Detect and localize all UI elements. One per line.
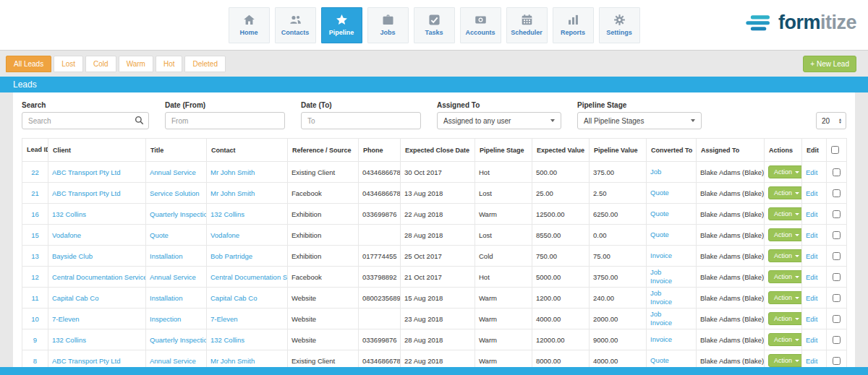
new-lead-button[interactable]: + New Lead: [803, 56, 856, 72]
title-link[interactable]: Annual Service: [150, 273, 196, 281]
contact-link[interactable]: Capital Cab Co: [210, 294, 257, 302]
converted-to-link[interactable]: Job: [650, 168, 692, 176]
lead-id-link[interactable]: 22: [31, 168, 39, 176]
action-button[interactable]: Action: [768, 312, 802, 325]
client-link[interactable]: ABC Transport Pty Ltd: [52, 357, 121, 365]
action-button[interactable]: Action: [768, 249, 802, 262]
converted-to-link[interactable]: Invoice: [650, 319, 692, 327]
row-checkbox[interactable]: [833, 252, 841, 260]
converted-to-link[interactable]: Quote: [650, 210, 692, 218]
title-link[interactable]: Annual Service: [150, 357, 196, 365]
row-checkbox[interactable]: [833, 336, 841, 344]
action-button[interactable]: Action: [768, 270, 802, 283]
edit-link[interactable]: Edit: [806, 210, 817, 218]
contact-link[interactable]: Bob Partridge: [210, 252, 252, 260]
search-icon[interactable]: [135, 116, 144, 125]
row-checkbox[interactable]: [833, 273, 841, 281]
search-input[interactable]: [22, 112, 149, 129]
title-link[interactable]: Quarterly Inspection: [150, 210, 207, 218]
row-checkbox[interactable]: [833, 168, 841, 176]
contact-link[interactable]: Central Documentation Services: [210, 273, 288, 281]
select-all-checkbox[interactable]: [831, 146, 839, 154]
lead-id-link[interactable]: 13: [31, 252, 39, 260]
client-link[interactable]: Bayside Club: [52, 252, 93, 260]
contact-link[interactable]: Mr John Smith: [210, 189, 255, 197]
converted-to-link[interactable]: Invoice: [650, 251, 692, 260]
converted-to-link[interactable]: Quote: [650, 356, 692, 365]
edit-link[interactable]: Edit: [806, 357, 817, 365]
contact-link[interactable]: Mr John Smith: [210, 168, 255, 176]
lead-id-link[interactable]: 12: [31, 273, 39, 281]
action-button[interactable]: Action: [768, 228, 802, 241]
edit-link[interactable]: Edit: [806, 336, 817, 344]
edit-link[interactable]: Edit: [806, 315, 817, 323]
action-button[interactable]: Action: [768, 354, 802, 367]
contact-link[interactable]: 132 Collins: [210, 336, 244, 344]
lead-id-link[interactable]: 8: [33, 357, 37, 365]
edit-link[interactable]: Edit: [806, 252, 817, 260]
row-checkbox[interactable]: [833, 315, 841, 323]
contact-link[interactable]: Vodafone: [210, 231, 239, 239]
title-link[interactable]: Inspection: [150, 315, 181, 323]
title-link[interactable]: Quote: [150, 231, 169, 239]
row-checkbox[interactable]: [833, 294, 841, 302]
edit-link[interactable]: Edit: [806, 189, 817, 197]
client-link[interactable]: Capital Cab Co: [52, 294, 98, 302]
action-button[interactable]: Action: [768, 207, 802, 220]
assigned-to-select[interactable]: Assigned to any user: [437, 112, 561, 129]
edit-link[interactable]: Edit: [806, 168, 817, 176]
tab-all-leads[interactable]: All Leads: [6, 56, 51, 72]
tab-warm[interactable]: Warm: [119, 56, 153, 72]
converted-to-link[interactable]: Invoice: [650, 335, 692, 344]
client-link[interactable]: 7-Eleven: [52, 315, 80, 323]
date-to-input[interactable]: [301, 112, 421, 129]
contact-link[interactable]: Mr John Smith: [210, 357, 255, 365]
row-checkbox[interactable]: [833, 189, 841, 197]
nav-item-pipeline[interactable]: Pipeline: [321, 7, 362, 43]
title-link[interactable]: Installation: [150, 252, 182, 260]
title-link[interactable]: Installation: [150, 294, 182, 302]
tab-lost[interactable]: Lost: [54, 56, 83, 72]
spinner-arrows-icon[interactable]: ▲▼: [838, 118, 842, 124]
converted-to-link[interactable]: Invoice: [650, 277, 692, 285]
action-button[interactable]: Action: [768, 291, 802, 304]
action-button[interactable]: Action: [768, 165, 802, 178]
edit-link[interactable]: Edit: [806, 273, 817, 281]
lead-id-link[interactable]: 21: [31, 189, 39, 197]
converted-to-link[interactable]: Job: [650, 289, 692, 298]
pipeline-stage-select[interactable]: All Pipeline Stages: [577, 112, 702, 129]
converted-to-link[interactable]: Quote: [650, 189, 692, 197]
action-button[interactable]: Action: [768, 333, 802, 346]
client-link[interactable]: Central Documentation Services: [52, 273, 146, 281]
nav-item-settings[interactable]: Settings: [599, 7, 640, 43]
lead-id-link[interactable]: 11: [32, 294, 39, 302]
date-from-input[interactable]: [165, 112, 285, 129]
client-link[interactable]: ABC Transport Pty Ltd: [52, 168, 121, 176]
converted-to-link[interactable]: Invoice: [650, 298, 692, 306]
lead-id-link[interactable]: 10: [31, 315, 39, 323]
contact-link[interactable]: 7-Eleven: [210, 315, 238, 323]
nav-item-contacts[interactable]: Contacts: [275, 7, 316, 43]
tab-hot[interactable]: Hot: [156, 56, 183, 72]
nav-item-accounts[interactable]: Accounts: [460, 7, 501, 43]
title-link[interactable]: Service Solution: [150, 189, 200, 197]
converted-to-link[interactable]: Quote: [650, 230, 692, 239]
page-size-control[interactable]: 20 ▲▼: [816, 112, 846, 129]
nav-item-reports[interactable]: Reports: [553, 7, 594, 43]
converted-to-link[interactable]: Job: [650, 268, 692, 277]
tab-deleted[interactable]: Deleted: [184, 56, 225, 72]
lead-id-link[interactable]: 9: [33, 336, 37, 344]
edit-link[interactable]: Edit: [806, 231, 817, 239]
client-link[interactable]: 132 Collins: [52, 336, 86, 344]
title-link[interactable]: Quarterly Inspection: [150, 336, 207, 344]
lead-id-link[interactable]: 15: [31, 231, 39, 239]
client-link[interactable]: Vodafone: [52, 231, 81, 239]
nav-item-jobs[interactable]: Jobs: [367, 7, 409, 43]
tab-cold[interactable]: Cold: [85, 56, 116, 72]
client-link[interactable]: ABC Transport Pty Ltd: [52, 189, 121, 197]
row-checkbox[interactable]: [833, 210, 841, 218]
action-button[interactable]: Action: [768, 186, 802, 199]
edit-link[interactable]: Edit: [806, 294, 817, 302]
row-checkbox[interactable]: [833, 357, 841, 365]
converted-to-link[interactable]: Job: [650, 310, 692, 319]
